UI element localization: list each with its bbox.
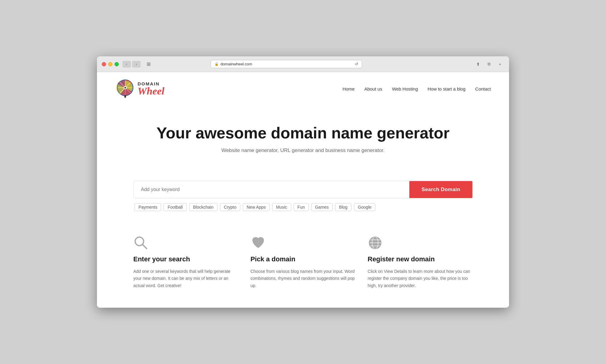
add-tab-button[interactable]: + xyxy=(496,61,504,68)
traffic-light-green[interactable] xyxy=(115,62,119,66)
address-bar[interactable]: 🔒 domainwheel.com ↺ xyxy=(211,60,362,68)
feature-register-desc: Click on View Details to learn more abou… xyxy=(368,268,473,290)
forward-button[interactable]: › xyxy=(132,61,141,68)
keyword-new-apps[interactable]: New Apps xyxy=(243,203,270,211)
features-section: Enter your search Add one or several key… xyxy=(97,217,509,308)
back-button[interactable]: ‹ xyxy=(122,61,131,68)
logo-wheel-text: Wheel xyxy=(138,86,165,96)
search-domain-button[interactable]: Search Domain xyxy=(409,181,472,198)
svg-rect-8 xyxy=(125,95,126,98)
hero-section: Your awesome domain name generator Websi… xyxy=(97,105,509,180)
feature-register: Register new domain Click on View Detail… xyxy=(368,235,473,290)
svg-line-10 xyxy=(143,245,147,249)
keyword-tags: Payments Football Blockchain Crypto New … xyxy=(133,203,473,211)
feature-search-desc: Add one or several keywords that will he… xyxy=(133,268,238,290)
logo-wheel-icon xyxy=(115,78,136,99)
traffic-light-yellow[interactable] xyxy=(108,62,112,66)
feature-pick-title: Pick a domain xyxy=(251,255,356,263)
heart-icon xyxy=(251,235,266,250)
feature-search-title: Enter your search xyxy=(133,255,238,263)
traffic-light-red[interactable] xyxy=(102,62,106,66)
nav-home[interactable]: Home xyxy=(342,86,355,91)
feature-search: Enter your search Add one or several key… xyxy=(133,235,238,290)
globe-icon xyxy=(368,235,383,250)
browser-nav-buttons: ‹ › xyxy=(122,61,141,68)
hero-title: Your awesome domain name generator xyxy=(115,124,491,142)
svg-point-6 xyxy=(125,87,126,88)
keyword-football[interactable]: Football xyxy=(164,203,187,211)
feature-pick: Pick a domain Choose from various blog n… xyxy=(251,235,356,290)
traffic-lights xyxy=(102,62,119,66)
logo-area: DOMAIN Wheel xyxy=(115,78,165,99)
site-header: DOMAIN Wheel Home About us Web Hosting H… xyxy=(97,72,509,105)
nav-contact[interactable]: Contact xyxy=(475,86,491,91)
page-content: DOMAIN Wheel Home About us Web Hosting H… xyxy=(97,72,509,308)
browser-window: ‹ › ⊞ 🔒 domainwheel.com ↺ ⬆ ⧉ + xyxy=(97,56,509,308)
search-bar: Search Domain xyxy=(133,181,473,198)
search-input[interactable] xyxy=(134,181,409,198)
nav-about[interactable]: About us xyxy=(364,86,382,91)
new-tab-button[interactable]: ⧉ xyxy=(485,61,493,68)
search-icon xyxy=(133,235,148,250)
nav-blog[interactable]: How to start a blog xyxy=(428,86,465,91)
keyword-blog[interactable]: Blog xyxy=(335,203,351,211)
browser-actions: ⬆ ⧉ + xyxy=(474,61,504,68)
lock-icon: 🔒 xyxy=(215,62,219,66)
refresh-button[interactable]: ↺ xyxy=(355,62,358,66)
keyword-blockchain[interactable]: Blockchain xyxy=(189,203,218,211)
logo-text: DOMAIN Wheel xyxy=(138,81,165,96)
keyword-google[interactable]: Google xyxy=(354,203,375,211)
site-nav: Home About us Web Hosting How to start a… xyxy=(342,86,491,91)
feature-pick-desc: Choose from various blog names from your… xyxy=(251,268,356,290)
url-text: domainwheel.com xyxy=(221,62,353,66)
share-button[interactable]: ⬆ xyxy=(474,61,482,68)
sidebar-toggle-button[interactable]: ⊞ xyxy=(144,61,153,68)
browser-titlebar: ‹ › ⊞ 🔒 domainwheel.com ↺ ⬆ ⧉ + xyxy=(97,56,509,72)
keyword-payments[interactable]: Payments xyxy=(135,203,161,211)
search-section: Search Domain Payments Football Blockcha… xyxy=(97,181,509,211)
nav-hosting[interactable]: Web Hosting xyxy=(392,86,418,91)
hero-subtitle: Website name generator, URL generator an… xyxy=(115,147,491,154)
keyword-music[interactable]: Music xyxy=(272,203,291,211)
feature-register-title: Register new domain xyxy=(368,255,473,263)
keyword-games[interactable]: Games xyxy=(311,203,333,211)
keyword-fun[interactable]: Fun xyxy=(294,203,309,211)
keyword-crypto[interactable]: Crypto xyxy=(220,203,240,211)
